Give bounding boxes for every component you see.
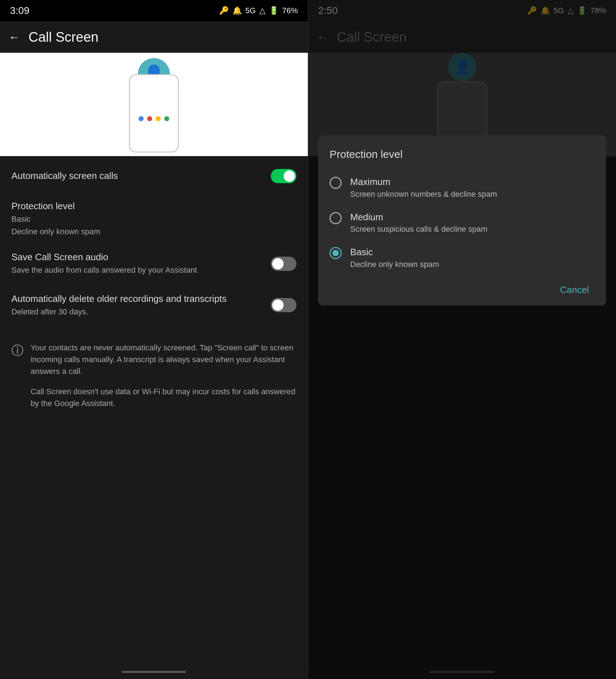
dialog-title: Protection level — [330, 148, 595, 160]
status-icons-left: 🔑 🔔 5G △ 🔋 76% — [219, 6, 298, 15]
dot-red — [147, 116, 152, 121]
radio-option-medium[interactable]: Medium Screen suspicious calls & decline… — [330, 206, 595, 241]
protection-level-sublabel2: Decline only known spam — [11, 226, 100, 237]
battery-icon-left: 🔋 — [269, 6, 279, 15]
dot-yellow — [156, 116, 161, 121]
status-time-left: 3:09 — [10, 5, 30, 16]
info-text2-left: Call Screen doesn't use data or Wi-Fi bu… — [31, 386, 296, 409]
auto-delete-sublabel: Deleted after 30 days. — [11, 307, 264, 318]
protection-level-label: Protection level — [11, 200, 100, 212]
radio-maximum-circle[interactable] — [330, 177, 342, 189]
radio-option-maximum[interactable]: Maximum Screen unknown numbers & decline… — [330, 170, 595, 206]
radio-basic-circle[interactable] — [330, 247, 342, 259]
auto-screen-toggle[interactable] — [271, 169, 296, 183]
auto-screen-label: Automatically screen calls — [11, 170, 118, 182]
save-audio-toggle[interactable] — [271, 257, 296, 271]
auto-delete-label: Automatically delete older recordings an… — [11, 293, 264, 305]
radio-medium-label: Medium — [350, 211, 487, 223]
right-panel: 2:50 🔑 🔔 5G △ 🔋 78% ← Call Screen 👤 — [308, 0, 616, 679]
dot-green — [164, 116, 169, 121]
google-dots-left — [139, 116, 169, 121]
back-button-left[interactable]: ← — [9, 31, 20, 44]
signal-text: 5G — [245, 6, 256, 15]
info-text1-left: Your contacts are never automatically sc… — [31, 342, 296, 377]
radio-medium-sublabel: Screen suspicious calls & decline spam — [350, 224, 487, 235]
overlay-bg — [308, 0, 616, 679]
auto-screen-toggle-knob — [284, 170, 295, 182]
settings-content-left: Automatically screen calls Protection le… — [0, 156, 308, 665]
auto-delete-toggle[interactable] — [271, 298, 296, 312]
battery-percent-left: 76% — [282, 6, 298, 15]
info-section-left: ⓘ Your contacts are never automatically … — [0, 333, 308, 418]
auto-screen-setting: Automatically screen calls — [0, 156, 308, 193]
radio-basic-inner — [332, 250, 339, 256]
radio-maximum-label: Maximum — [350, 176, 497, 188]
cancel-button[interactable]: Cancel — [554, 282, 595, 298]
bell-icon: 🔔 — [232, 6, 242, 15]
save-audio-label: Save Call Screen audio — [11, 251, 264, 263]
left-panel: 3:09 🔑 🔔 5G △ 🔋 76% ← Call Screen 👤 — [0, 0, 308, 679]
protection-level-setting[interactable]: Protection level Basic Decline only know… — [0, 193, 308, 244]
top-bar-left: ← Call Screen — [0, 21, 308, 53]
auto-delete-setting: Automatically delete older recordings an… — [0, 286, 308, 328]
radio-basic-sublabel: Decline only known spam — [350, 259, 439, 270]
radio-medium-circle[interactable] — [330, 212, 342, 224]
page-title-left: Call Screen — [29, 30, 98, 45]
save-audio-sublabel: Save the audio from calls answered by yo… — [11, 265, 264, 276]
auto-delete-toggle-knob — [272, 299, 284, 311]
signal-icon: △ — [259, 6, 265, 15]
save-audio-setting: Save Call Screen audio Save the audio fr… — [0, 244, 308, 286]
radio-option-basic[interactable]: Basic Decline only known spam — [330, 241, 595, 276]
protection-level-dialog: Protection level Maximum Screen unknown … — [318, 135, 606, 305]
radio-basic-label: Basic — [350, 246, 439, 258]
radio-maximum-sublabel: Screen unknown numbers & decline spam — [350, 189, 497, 200]
home-bar-left — [122, 671, 186, 673]
dialog-actions: Cancel — [330, 276, 595, 298]
phone-mockup-left — [129, 74, 179, 153]
key-icon: 🔑 — [219, 6, 229, 15]
save-audio-toggle-knob — [272, 258, 284, 269]
info-icon-left: ⓘ — [11, 343, 24, 359]
protection-level-sublabel1: Basic — [11, 214, 100, 225]
home-indicator-left — [0, 665, 308, 679]
status-bar-left: 3:09 🔑 🔔 5G △ 🔋 76% — [0, 0, 308, 21]
illustration-left: 👤 — [0, 53, 308, 156]
dot-blue — [139, 116, 144, 121]
